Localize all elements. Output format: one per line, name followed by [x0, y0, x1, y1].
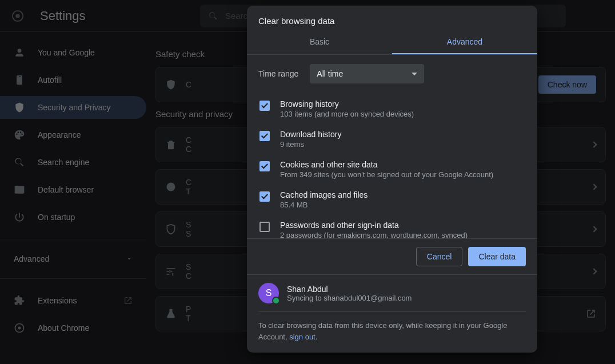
avatar: S [258, 283, 279, 303]
clear-option-row: Cached images and files85.4 MB [258, 185, 526, 215]
dialog-footer-note: To clear browsing data from this device … [258, 311, 526, 342]
account-name: Shan Abdul [287, 285, 412, 294]
caret-down-icon [412, 73, 417, 75]
option-subtitle: 9 items [280, 140, 341, 149]
clear-option-row: Cookies and other site dataFrom 349 site… [258, 154, 526, 185]
option-title: Passwords and other sign-in data [280, 221, 468, 230]
checkbox[interactable] [259, 101, 270, 111]
checkbox[interactable] [259, 161, 270, 171]
option-subtitle: 103 items (and more on synced devices) [280, 110, 414, 118]
clear-data-button[interactable]: Clear data [468, 247, 526, 266]
option-subtitle: 85.4 MB [280, 201, 368, 209]
time-range-select[interactable]: All time [310, 64, 424, 83]
sync-badge-icon [272, 297, 280, 305]
option-title: Browsing history [280, 99, 414, 109]
option-title: Cookies and other site data [280, 160, 493, 169]
dialog-title: Clear browsing data [247, 6, 537, 31]
checkbox[interactable] [259, 191, 270, 202]
clear-option-row: Download history9 items [258, 124, 526, 154]
tab-advanced[interactable]: Advanced [392, 31, 537, 54]
option-subtitle: 2 passwords (for emakicms.com, wordtune.… [280, 231, 468, 238]
note-text-after: . [316, 333, 318, 341]
clear-option-row: Browsing history103 items (and more on s… [258, 94, 526, 124]
dialog-actions: Cancel Clear data [247, 238, 537, 274]
tab-basic[interactable]: Basic [247, 31, 392, 54]
time-range-value: All time [317, 69, 343, 78]
dialog-account-section: S Shan Abdul Syncing to shanabdul001@gma… [247, 274, 537, 353]
cancel-button[interactable]: Cancel [416, 247, 463, 266]
option-title: Cached images and files [280, 190, 368, 199]
clear-browsing-data-dialog: Clear browsing data Basic Advanced Time … [247, 6, 537, 353]
account-sync-status: Syncing to shanabdul001@gmail.com [287, 294, 412, 302]
clear-option-row: Passwords and other sign-in data2 passwo… [258, 215, 526, 238]
dialog-scroll-area[interactable]: Time range All time Browsing history103 … [247, 54, 537, 238]
avatar-initial: S [266, 288, 272, 298]
checkbox[interactable] [259, 131, 270, 141]
dialog-tabs: Basic Advanced [247, 31, 537, 54]
time-range-label: Time range [258, 69, 298, 78]
time-range-row: Time range All time [258, 64, 526, 83]
sign-out-link[interactable]: sign out [289, 333, 316, 341]
checkbox[interactable] [259, 222, 270, 232]
option-title: Download history [280, 130, 341, 139]
option-subtitle: From 349 sites (you won't be signed out … [280, 170, 493, 179]
